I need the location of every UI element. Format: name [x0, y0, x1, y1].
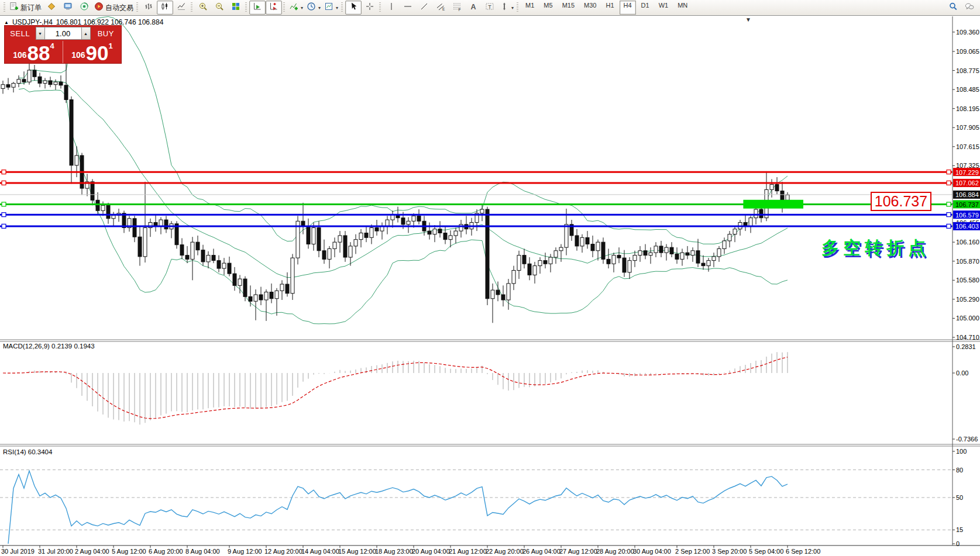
line-endpoint-handle[interactable] — [2, 224, 6, 228]
time-axis: 30 Jul 201931 Jul 20:002 Aug 04:005 Aug … — [1, 545, 820, 555]
svg-text:106.579: 106.579 — [955, 212, 979, 219]
chart-canvas[interactable]: 109.360109.065108.775108.485108.195107.9… — [0, 0, 980, 556]
svg-text:105.580: 105.580 — [956, 277, 979, 284]
volume-decrease-button[interactable]: ▼ — [36, 27, 45, 40]
svg-text:6 Sep 12:00: 6 Sep 12:00 — [786, 548, 820, 555]
turning-point-annotation[interactable]: 多空转折点 — [821, 236, 930, 260]
svg-text:31 Jul 20:00: 31 Jul 20:00 — [38, 548, 73, 555]
macd-panel — [3, 352, 788, 424]
chart-ohlc-values: 106.801 106.922 106.746 106.884 — [56, 18, 164, 26]
candles-layer — [1, 64, 789, 323]
svg-text:18 Aug 23:00: 18 Aug 23:00 — [375, 548, 413, 555]
macd-indicator-label: MACD(12,26,9) 0.2139 0.1943 — [3, 343, 95, 350]
sell-price[interactable]: 106 88 4 — [5, 41, 63, 63]
bollinger-lower-band — [19, 88, 788, 324]
chart-shift-marker-icon[interactable]: ▼ — [745, 16, 751, 23]
chart-symbol-period: USDJPY-,H4 — [12, 18, 53, 26]
svg-text:0.00: 0.00 — [956, 369, 968, 377]
svg-text:105.870: 105.870 — [956, 258, 979, 265]
svg-text:107.905: 107.905 — [956, 124, 979, 131]
svg-text:108.485: 108.485 — [956, 86, 979, 93]
turning-zone-rectangle[interactable] — [743, 200, 803, 209]
svg-text:104.710: 104.710 — [956, 334, 979, 341]
svg-text:2 Sep 12:00: 2 Sep 12:00 — [675, 548, 710, 555]
svg-text:8 Aug 04:00: 8 Aug 04:00 — [185, 548, 220, 555]
svg-text:15: 15 — [956, 526, 963, 533]
svg-text:50: 50 — [956, 494, 963, 501]
svg-text:28 Aug 20:00: 28 Aug 20:00 — [596, 548, 634, 555]
svg-text:106.737: 106.737 — [955, 201, 979, 208]
svg-text:-0.7366: -0.7366 — [956, 436, 978, 443]
svg-text:5 Sep 04:00: 5 Sep 04:00 — [749, 548, 783, 555]
svg-text:6 Aug 20:00: 6 Aug 20:00 — [149, 548, 183, 555]
sell-price-sup: 4 — [50, 42, 54, 50]
svg-text:109.065: 109.065 — [956, 48, 979, 55]
svg-text:80: 80 — [956, 467, 963, 474]
rsi-panel — [0, 470, 953, 544]
svg-text:106.160: 106.160 — [956, 239, 979, 246]
svg-text:26 Aug 04:00: 26 Aug 04:00 — [522, 548, 561, 555]
buy-price-sup: 1 — [109, 42, 113, 50]
svg-text:0: 0 — [956, 540, 960, 547]
volume-input[interactable] — [45, 27, 81, 40]
line-endpoint-handle[interactable] — [947, 202, 951, 206]
rsi-indicator-label: RSI(14) 60.3404 — [3, 448, 52, 455]
buy-price[interactable]: 106 90 1 — [63, 41, 121, 63]
macd-signal-line — [3, 357, 788, 419]
svg-text:30 Jul 2019: 30 Jul 2019 — [1, 548, 35, 555]
svg-text:0.2831: 0.2831 — [956, 343, 976, 350]
line-endpoint-handle[interactable] — [2, 213, 6, 217]
chart-title: ▲ USDJPY-,H4 106.801 106.922 106.746 106… — [4, 18, 163, 26]
line-endpoint-handle[interactable] — [947, 224, 951, 228]
svg-text:12 Aug 20:00: 12 Aug 20:00 — [264, 548, 302, 555]
buy-button[interactable]: BUY — [91, 29, 122, 38]
svg-text:27 Aug 12:00: 27 Aug 12:00 — [559, 548, 597, 555]
svg-text:107.229: 107.229 — [955, 169, 979, 176]
svg-text:109.360: 109.360 — [956, 29, 979, 36]
svg-text:105.000: 105.000 — [956, 315, 979, 322]
svg-text:2 Aug 04:00: 2 Aug 04:00 — [75, 548, 109, 555]
collapse-arrow-icon[interactable]: ▲ — [4, 20, 9, 25]
svg-text:105.290: 105.290 — [956, 296, 979, 303]
svg-text:22 Aug 20:00: 22 Aug 20:00 — [486, 548, 524, 555]
sell-price-prefix: 106 — [13, 50, 26, 60]
svg-text:30 Aug 04:00: 30 Aug 04:00 — [633, 548, 671, 555]
mt4-window: 新订单自动交易▾▾▾EFAT▾M1M5M15M30H1H4D1W1MN 109.… — [0, 0, 980, 556]
bollinger-upper-band — [19, 16, 788, 244]
line-endpoint-handle[interactable] — [2, 170, 6, 174]
svg-text:21 Aug 12:00: 21 Aug 12:00 — [449, 548, 487, 555]
line-endpoint-handle[interactable] — [2, 202, 6, 206]
svg-text:5 Aug 12:00: 5 Aug 12:00 — [112, 548, 146, 555]
volume-increase-button[interactable]: ▲ — [81, 27, 91, 40]
svg-text:9 Aug 12:00: 9 Aug 12:00 — [228, 548, 262, 555]
svg-text:106.884: 106.884 — [955, 191, 979, 198]
svg-text:15 Aug 12:00: 15 Aug 12:00 — [338, 548, 376, 555]
buy-price-prefix: 106 — [71, 50, 85, 60]
svg-text:3 Sep 20:00: 3 Sep 20:00 — [712, 548, 747, 555]
svg-text:14 Aug 04:00: 14 Aug 04:00 — [301, 548, 339, 555]
svg-text:20 Aug 04:00: 20 Aug 04:00 — [412, 548, 450, 555]
buy-price-big: 90 — [86, 44, 109, 61]
line-endpoint-handle[interactable] — [947, 181, 951, 185]
svg-text:108.195: 108.195 — [956, 105, 979, 112]
support-price-label[interactable]: 106.737 — [871, 192, 931, 211]
sell-button[interactable]: SELL — [5, 29, 36, 38]
rsi-line — [8, 471, 788, 544]
one-click-trading-panel: SELL ▼ ▲ BUY 106 88 4 106 90 1 — [5, 26, 121, 63]
svg-text:107.062: 107.062 — [955, 179, 979, 187]
sell-price-big: 88 — [27, 44, 50, 61]
svg-text:100: 100 — [956, 448, 967, 455]
svg-text:107.615: 107.615 — [956, 143, 979, 150]
svg-text:106.403: 106.403 — [955, 223, 979, 230]
svg-text:108.775: 108.775 — [956, 67, 979, 74]
line-endpoint-handle[interactable] — [2, 181, 6, 185]
line-endpoint-handle[interactable] — [947, 170, 951, 174]
price-axis: 109.360109.065108.775108.485108.195107.9… — [953, 29, 980, 341]
line-endpoint-handle[interactable] — [947, 213, 951, 217]
